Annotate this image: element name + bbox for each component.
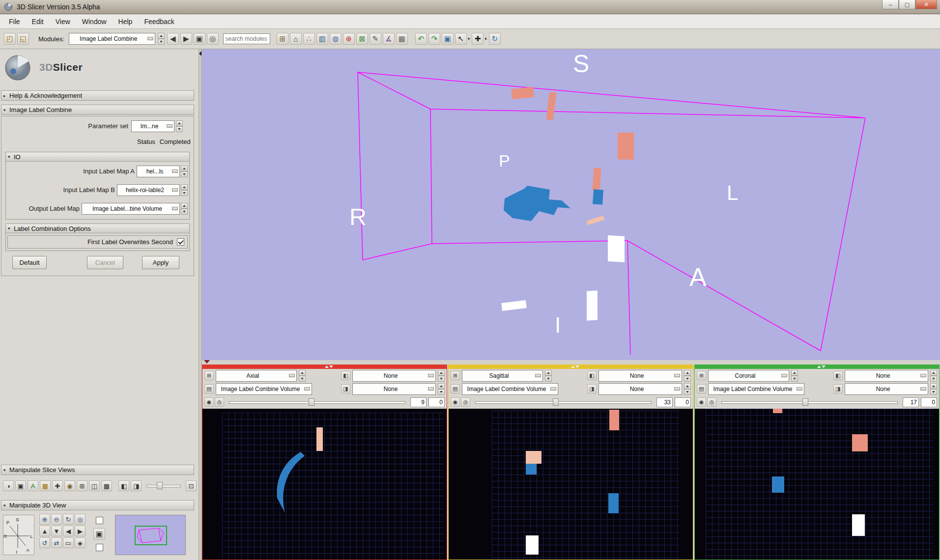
- foreground-layer-icon[interactable]: ◧: [833, 371, 843, 380]
- minimize-button[interactable]: –: [882, 0, 899, 9]
- orientation-spinner[interactable]: [791, 370, 798, 382]
- undo-icon[interactable]: ↶: [415, 33, 427, 45]
- slices-spatial-units-icon[interactable]: ⊞: [77, 480, 87, 491]
- help-section-header[interactable]: ▸ Help & Acknowledgement: [1, 90, 194, 101]
- foreground-layer-icon[interactable]: ◧: [587, 371, 597, 380]
- slice-link-icon[interactable]: ◎: [461, 397, 470, 407]
- axial-controls-bar[interactable]: [202, 365, 447, 369]
- slice-offset-secondary[interactable]: 0: [428, 397, 445, 407]
- slice-offset-slider[interactable]: [475, 398, 652, 407]
- look-from-anterior-icon[interactable]: ▲: [39, 526, 50, 536]
- spin-up-icon[interactable]: [684, 370, 691, 376]
- foreground-layer-icon[interactable]: ◧: [341, 371, 350, 380]
- screenshot-camera-icon[interactable]: ▣: [93, 528, 105, 540]
- foreground-dropdown[interactable]: None: [352, 370, 436, 382]
- label-map-dropdown[interactable]: Image Label Combine Volume: [708, 383, 804, 395]
- slices-background-icon[interactable]: ▩: [101, 480, 112, 491]
- input-label-map-b-dropdown[interactable]: helix-roi-lable2: [117, 184, 180, 196]
- parameter-set-spinner[interactable]: [176, 120, 183, 132]
- input-a-spinner[interactable]: [181, 166, 188, 177]
- background-spinner[interactable]: [438, 383, 445, 395]
- spin-down-icon[interactable]: [684, 376, 691, 382]
- spin-down-icon[interactable]: [438, 389, 445, 395]
- slices-crosshair-icon[interactable]: ✚: [52, 480, 63, 491]
- spin-down-icon[interactable]: [158, 39, 165, 45]
- slice-offset-value[interactable]: 9: [410, 397, 427, 407]
- slice-layer-menu-icon[interactable]: ⊞: [451, 371, 460, 380]
- menu-window[interactable]: Window: [76, 15, 113, 28]
- look-from-posterior-icon[interactable]: ▼: [51, 526, 62, 536]
- screen-capture-icon[interactable]: ▣: [442, 33, 454, 45]
- foreground-dropdown[interactable]: None: [845, 370, 928, 382]
- coronal-controls-bar[interactable]: [695, 365, 939, 369]
- slice-layer-menu-icon[interactable]: ⊞: [697, 371, 706, 380]
- editor-icon[interactable]: ✎: [370, 33, 381, 45]
- look-from-right-icon[interactable]: ▶: [75, 526, 85, 536]
- spin-up-icon[interactable]: [438, 370, 445, 376]
- menu-view[interactable]: View: [50, 15, 76, 28]
- slices-fit-window-icon[interactable]: ▣: [15, 480, 26, 491]
- foreground-spinner[interactable]: [930, 370, 937, 382]
- slice-views-section-header[interactable]: ▾ Manipulate Slice Views: [1, 465, 194, 475]
- background-dropdown[interactable]: None: [352, 383, 436, 395]
- slice-offset-value[interactable]: 17: [903, 397, 919, 407]
- threed-view[interactable]: S P R L A I: [202, 49, 940, 360]
- layout-side-by-side-icon[interactable]: ◨: [131, 480, 142, 491]
- spin-down-icon[interactable]: [181, 190, 188, 196]
- spin-up-icon[interactable]: [930, 370, 937, 376]
- pin-icon[interactable]: [817, 365, 826, 368]
- label-map-dropdown[interactable]: Image Label Combine Volume: [216, 383, 312, 395]
- slice-offset-value[interactable]: 33: [656, 397, 673, 407]
- cancel-button[interactable]: Cancel: [87, 256, 123, 269]
- sagittal-slice-view[interactable]: [449, 409, 693, 560]
- navigation-preview[interactable]: [115, 515, 186, 555]
- foreground-spinner[interactable]: [438, 370, 445, 382]
- label-options-header[interactable]: ▾ Label Combination Options: [6, 224, 189, 233]
- input-b-spinner[interactable]: [181, 184, 188, 196]
- label-opacity-slider[interactable]: [146, 481, 181, 490]
- spin-down-icon[interactable]: [930, 389, 937, 395]
- spin-up-icon[interactable]: [176, 120, 183, 126]
- pin-icon[interactable]: [571, 365, 579, 368]
- spin-down-icon[interactable]: [545, 376, 552, 382]
- spin-up-icon[interactable]: [158, 33, 165, 39]
- orthographic-projection-icon[interactable]: ▭: [63, 537, 74, 548]
- slice-visibility-icon[interactable]: ◉: [451, 397, 460, 407]
- background-layer-icon[interactable]: ◨: [341, 384, 350, 393]
- spin-up-icon[interactable]: [181, 203, 188, 209]
- view3d-section-header[interactable]: ▾ Manipulate 3D View: [1, 500, 194, 510]
- mouse-place-mode-dropdown-caret[interactable]: ▾: [484, 36, 487, 41]
- view3d-toggle-b-checkbox[interactable]: [96, 544, 103, 551]
- look-from-left-icon[interactable]: ◀: [63, 526, 74, 536]
- load-scene-icon[interactable]: ◰: [4, 33, 16, 45]
- apply-button[interactable]: Apply: [142, 256, 179, 269]
- mouse-pick-mode-dropdown-caret[interactable]: ▾: [468, 36, 470, 41]
- orientation-dropdown[interactable]: Axial: [216, 370, 297, 382]
- volume-rendering-icon[interactable]: ◍: [330, 33, 342, 45]
- slices-more-options-icon[interactable]: ⊡: [186, 480, 197, 491]
- spin-down-icon[interactable]: [684, 389, 691, 395]
- module-finder-icon[interactable]: ◎: [207, 33, 219, 45]
- collapse-handle-icon[interactable]: [204, 360, 210, 364]
- menu-help[interactable]: Help: [113, 15, 139, 28]
- spin-down-icon[interactable]: [181, 209, 188, 215]
- center-view-icon[interactable]: ◎: [75, 514, 85, 525]
- spin-down-icon[interactable]: [299, 376, 306, 382]
- orientation-dropdown[interactable]: Coronal: [708, 370, 789, 382]
- slices-visibility-icon[interactable]: ◑: [3, 480, 14, 491]
- slice-offset-slider[interactable]: [229, 398, 405, 407]
- orientation-spinner[interactable]: [545, 370, 552, 382]
- modules-dropdown[interactable]: Image Label Combine: [69, 33, 155, 45]
- layout-compare-view-icon[interactable]: ◧: [118, 480, 129, 491]
- zoom-out-icon[interactable]: ⊖: [51, 514, 62, 525]
- input-label-map-a-dropdown[interactable]: hel...ls: [137, 166, 180, 177]
- menu-feedback[interactable]: Feedback: [138, 15, 180, 28]
- output-spinner[interactable]: [181, 203, 188, 215]
- coronal-slice-view[interactable]: [695, 409, 939, 560]
- module-section-header[interactable]: ▾ Image Label Combine: [1, 105, 194, 115]
- slider-thumb[interactable]: [157, 482, 163, 489]
- spin-up-icon[interactable]: [684, 383, 691, 389]
- spin-up-icon[interactable]: [181, 166, 188, 171]
- spin-down-icon[interactable]: [176, 126, 183, 132]
- parameter-set-dropdown[interactable]: Im...ne: [131, 120, 174, 132]
